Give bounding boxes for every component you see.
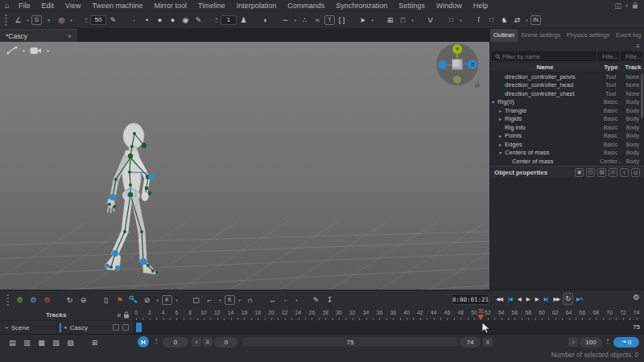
units-toggle-icon[interactable]: U (631, 168, 640, 177)
next-interval-button[interactable]: › (568, 337, 578, 347)
next-key-button[interactable]: ▶| (542, 293, 551, 305)
range-start-marker[interactable] (136, 323, 142, 332)
menu-tween-machine[interactable]: Tween machine (86, 0, 148, 11)
dropdown-caret-icon[interactable]: ▾ (294, 298, 299, 302)
character-model[interactable] (80, 105, 193, 282)
play-record-button[interactable]: ▶✎ (574, 293, 585, 305)
text-tool-icon[interactable]: T (324, 15, 335, 25)
run-person-icon[interactable]: ➤ (357, 14, 369, 26)
curve-editor-icon[interactable]: ∠ (12, 14, 24, 26)
menu-window[interactable]: Window (431, 0, 468, 11)
count-value[interactable]: 1 (221, 15, 237, 25)
skip-start-button[interactable]: ◀◀ (493, 293, 505, 305)
speed-spinner[interactable]: +− (605, 338, 611, 344)
scene-collapse-icon[interactable]: − (5, 324, 9, 331)
gizmo-x-axis[interactable] (438, 60, 447, 69)
flag-icon[interactable]: ⚑ (114, 294, 126, 306)
fulcrum-points-icon[interactable]: ∷ (445, 14, 457, 26)
tab-event-log[interactable]: Event log (613, 29, 644, 42)
viewport[interactable]: ▾ ▾ Y Z (0, 42, 489, 290)
lock-tracks-icon[interactable] (123, 311, 130, 319)
pillar-icon[interactable]: ▯ (100, 294, 112, 306)
dropdown-caret-icon[interactable]: ▾ (237, 298, 242, 302)
split-view-icon[interactable]: ◫ (586, 168, 595, 177)
track-open-icon[interactable]: ▥ (21, 336, 33, 348)
track-copy-icon[interactable]: ▧ (50, 336, 62, 348)
falloff-pen-icon[interactable]: ✎ (192, 14, 204, 26)
gizmo-y-axis[interactable]: Y (452, 44, 462, 54)
outliner-scrollbar[interactable] (641, 74, 643, 118)
brush-pen-icon[interactable]: ✎ (107, 14, 119, 26)
refresh-cycle-icon[interactable]: ↻ (64, 294, 76, 306)
layout-icon[interactable]: ◫ (614, 2, 621, 10)
sphere-icon[interactable]: ◑ (258, 14, 270, 26)
dropdown-caret-icon[interactable]: ▾ (369, 18, 375, 23)
dropdown-caret-icon[interactable]: ▾ (217, 298, 223, 302)
dropdown-caret-icon[interactable]: ▾ (292, 18, 298, 23)
playback-speed-field[interactable]: 100 (580, 337, 602, 348)
gizmo-lock-icon[interactable] (474, 80, 481, 88)
cascadeur-logo-icon[interactable]: V (424, 14, 436, 26)
tab-scene-settings[interactable]: Scene settings (518, 29, 564, 42)
end-frame-field[interactable]: 74 (460, 337, 481, 348)
home-icon[interactable]: ⌂ (5, 0, 10, 10)
gizmo-cube[interactable] (452, 59, 463, 70)
frame-range-slider[interactable]: 75 (243, 337, 457, 347)
physics-settings-red-icon[interactable]: ⚙ (41, 294, 53, 306)
brackets-icon[interactable]: [ ] (336, 14, 348, 26)
track-lock-checkbox[interactable] (122, 324, 129, 331)
animation-track-bar[interactable]: 75 (134, 321, 644, 334)
tree-collapse-icon[interactable]: ▾ (499, 150, 505, 155)
interval-menu-button[interactable]: ≡ (203, 337, 213, 347)
scene-track[interactable]: − Scene (0, 321, 56, 334)
loop-button[interactable]: ↻ (563, 293, 573, 305)
visibility-eye-icon[interactable]: ⊙ (609, 168, 617, 177)
outliner-row[interactable]: ▾Centers of massBasicBody (490, 149, 644, 158)
menu-timeline[interactable]: Timeline (192, 0, 231, 11)
key-mode2-icon[interactable]: K (225, 295, 235, 305)
filter-by-name-input[interactable]: Filter by name (492, 51, 596, 61)
selection-box-icon[interactable]: □ (397, 14, 409, 26)
menu-settings[interactable]: Settings (393, 0, 431, 11)
gizmo-z-axis[interactable]: Z (468, 60, 477, 69)
toolbar-grip[interactable] (5, 14, 7, 26)
auto-listen-icon[interactable]: ∩ (244, 294, 256, 306)
tab-close-icon[interactable]: × (68, 32, 72, 40)
tree-expand-icon[interactable]: ▸ (499, 133, 505, 138)
fit-range-icon[interactable]: ↔ (266, 294, 279, 306)
dropdown-caret-icon[interactable]: ▾ (174, 298, 180, 302)
no-key-icon[interactable]: ⊘ (141, 294, 153, 306)
falloff-soft-icon[interactable]: ◉ (180, 14, 192, 26)
tab-outliner[interactable]: Outliner (490, 29, 518, 42)
play-button[interactable]: ▶ (524, 293, 532, 305)
track-row[interactable]: − Scene + Cascy (0, 321, 134, 334)
dropdown-caret-icon[interactable]: ▾ (68, 18, 74, 23)
menu-mirror-tool[interactable]: Mirror tool (148, 0, 192, 11)
camera-caret-icon[interactable]: ▾ (45, 48, 51, 53)
menu-edit[interactable]: Edit (36, 0, 60, 11)
panel-menu-icon[interactable]: ≡ (636, 43, 640, 50)
stretch-icon[interactable]: ⇄ (511, 14, 523, 26)
prev-frame-button[interactable]: ◀ (515, 293, 523, 305)
menu-file[interactable]: File (13, 0, 36, 11)
time-display[interactable]: 0:00:01:21 (452, 294, 489, 305)
box-select-prop-icon[interactable]: ▣ (575, 168, 584, 177)
outliner-row[interactable]: ▸PointsBasicBody (490, 132, 644, 141)
interval-start-field[interactable]: 0 (163, 337, 188, 348)
menu-help[interactable]: Help (468, 0, 494, 11)
frame-spinner[interactable]: +− (153, 338, 159, 344)
in-mode-icon[interactable]: IN (530, 15, 541, 25)
falloff-medium-icon[interactable]: ● (154, 14, 166, 26)
outliner-row[interactable]: ▾Rig(0)BasicBody (490, 98, 644, 107)
falloff-tiny-icon[interactable]: · (128, 14, 140, 26)
skip-end-button[interactable]: ▶▶ (551, 293, 562, 305)
menu-synchronization[interactable]: Synchronization (330, 0, 393, 11)
falloff-small-icon[interactable]: • (141, 14, 153, 26)
step-curve-icon[interactable]: ⌐ (204, 294, 216, 306)
footsteps-icon[interactable]: ∷ (485, 14, 497, 26)
column-name[interactable]: Name (490, 63, 600, 72)
menu-commands[interactable]: Commands (282, 0, 330, 11)
playback-settings-icon[interactable]: ⚙ (633, 293, 640, 302)
wave-icon[interactable]: ∼ (279, 14, 291, 26)
marquee-icon[interactable]: ▢ (190, 294, 202, 306)
